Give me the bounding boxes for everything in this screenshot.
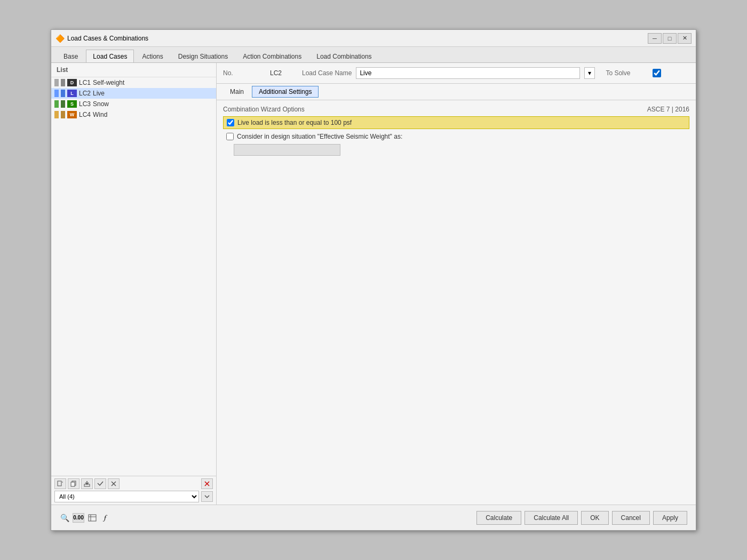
cancel-button[interactable]: Cancel — [612, 511, 650, 525]
seismic-weight-label: Consider in design situation "Effective … — [237, 133, 402, 140]
check-on-button[interactable] — [94, 478, 106, 489]
minimize-button[interactable]: ─ — [648, 33, 662, 44]
item-no-lc3: LC3 — [79, 100, 91, 108]
live-load-label: Live load is less than or equal to 100 p… — [237, 119, 352, 126]
title-bar-controls: ─ □ ✕ — [648, 33, 692, 44]
load-case-name-input[interactable] — [356, 67, 580, 79]
list-item[interactable]: L LC2 Live — [51, 88, 216, 99]
import-button[interactable] — [81, 478, 93, 489]
filter-select[interactable]: All (4) — [54, 491, 199, 502]
bottom-bar: 🔍 0.00 𝑓 Calculate Calculate All OK Canc… — [51, 505, 696, 530]
filter-row: All (4) — [54, 491, 213, 502]
check-off-button[interactable] — [108, 478, 120, 489]
to-solve-field-group: To Solve — [606, 69, 661, 77]
type-badge-lc1: D — [67, 79, 77, 86]
copy-button[interactable] — [68, 478, 80, 489]
tab-load-cases[interactable]: Load Cases — [86, 50, 134, 62]
name-field-group: Load Case Name ▾ — [302, 67, 595, 79]
sub-tab-main[interactable]: Main — [223, 86, 251, 98]
no-value: LC2 — [270, 69, 291, 77]
combo-wizard-title: Combination Wizard Options — [223, 106, 305, 113]
status-bar-left: 🔍 0.00 𝑓 — [60, 513, 473, 523]
title-bar-left: 🔶 Load Cases & Combinations — [55, 34, 148, 43]
svg-rect-10 — [89, 515, 96, 521]
number-icon[interactable]: 0.00 — [73, 513, 84, 523]
new-button[interactable] — [54, 478, 66, 489]
svg-rect-0 — [58, 481, 61, 486]
list-item[interactable]: D LC1 Self-weight — [51, 77, 216, 88]
tab-load-combinations[interactable]: Load Combinations — [309, 50, 378, 62]
list-item[interactable]: W LC4 Wind — [51, 109, 216, 120]
list-item[interactable]: S LC3 Snow — [51, 99, 216, 109]
window-icon: 🔶 — [55, 34, 64, 43]
swatch-lc1-1 — [54, 79, 59, 86]
item-name-lc4: Wind — [93, 111, 107, 118]
item-no-lc1: LC1 — [79, 79, 91, 86]
content-area: List D LC1 Self-weight L LC2 Live — [51, 63, 696, 505]
item-no-lc2: LC2 — [79, 90, 91, 97]
swatch-lc4-1 — [54, 111, 59, 118]
delete-button[interactable] — [201, 478, 213, 489]
maximize-button[interactable]: □ — [663, 33, 677, 44]
formula-icon[interactable]: 𝑓 — [100, 513, 110, 523]
item-name-lc2: Live — [93, 90, 105, 97]
swatch-lc2-2 — [61, 90, 65, 97]
table-icon[interactable] — [88, 513, 97, 523]
tab-base[interactable]: Base — [57, 50, 85, 62]
sidebar-list: D LC1 Self-weight L LC2 Live S — [51, 77, 216, 476]
ok-button[interactable]: OK — [581, 511, 608, 525]
search-icon[interactable]: 🔍 — [60, 513, 69, 523]
tab-actions[interactable]: Actions — [135, 50, 170, 62]
type-badge-lc2: L — [67, 90, 77, 97]
item-name-lc3: Snow — [93, 100, 109, 108]
calculate-all-button[interactable]: Calculate All — [525, 511, 578, 525]
window-title: Load Cases & Combinations — [67, 35, 148, 42]
option-row-seismic: Consider in design situation "Effective … — [223, 131, 689, 142]
type-badge-lc3: S — [67, 100, 77, 108]
no-label: No. — [223, 69, 266, 77]
tab-bar: Base Load Cases Actions Design Situation… — [51, 47, 696, 63]
combo-wizard-standard: ASCE 7 | 2016 — [647, 106, 689, 113]
tab-action-combinations[interactable]: Action Combinations — [236, 50, 308, 62]
load-case-name-label: Load Case Name — [302, 69, 352, 77]
apply-button[interactable]: Apply — [653, 511, 687, 525]
swatch-lc2-1 — [54, 90, 59, 97]
name-dropdown-button[interactable]: ▾ — [584, 67, 595, 79]
item-name-lc1: Self-weight — [93, 79, 124, 86]
swatch-lc1-2 — [61, 79, 65, 86]
footer-toolbar — [54, 478, 213, 489]
to-solve-checkbox[interactable] — [653, 69, 661, 77]
combo-wizard-section: Combination Wizard Options ASCE 7 | 2016… — [223, 106, 689, 156]
sidebar-header: List — [51, 63, 216, 77]
item-no-lc4: LC4 — [79, 111, 91, 118]
type-badge-lc4: W — [67, 111, 77, 118]
option-row-live-load: Live load is less than or equal to 100 p… — [223, 116, 689, 129]
to-solve-label: To Solve — [606, 69, 648, 77]
swatch-lc4-2 — [61, 111, 65, 118]
swatch-lc3-2 — [61, 100, 65, 108]
main-panel: No. LC2 Load Case Name ▾ To Solve Main A… — [217, 63, 696, 505]
live-load-checkbox[interactable] — [227, 119, 234, 126]
sidebar-footer: All (4) — [51, 476, 216, 505]
close-button[interactable]: ✕ — [678, 33, 692, 44]
load-case-header: No. LC2 Load Case Name ▾ To Solve — [217, 63, 696, 84]
main-window: 🔶 Load Cases & Combinations ─ □ ✕ Base L… — [51, 29, 696, 531]
svg-rect-3 — [71, 482, 75, 486]
no-field-group: No. LC2 — [223, 69, 291, 77]
sidebar: List D LC1 Self-weight L LC2 Live — [51, 63, 217, 505]
filter-dropdown-button[interactable] — [201, 491, 213, 502]
calculate-button[interactable]: Calculate — [476, 511, 521, 525]
seismic-weight-dropdown[interactable] — [234, 144, 340, 156]
combo-wizard-header: Combination Wizard Options ASCE 7 | 2016 — [223, 106, 689, 113]
swatch-lc3-1 — [54, 100, 59, 108]
tab-design-situations[interactable]: Design Situations — [171, 50, 235, 62]
sub-tab-additional-settings[interactable]: Additional Settings — [252, 86, 319, 98]
seismic-weight-checkbox[interactable] — [226, 133, 234, 140]
sub-tab-bar: Main Additional Settings — [217, 84, 696, 100]
settings-content: Combination Wizard Options ASCE 7 | 2016… — [217, 100, 696, 505]
title-bar: 🔶 Load Cases & Combinations ─ □ ✕ — [51, 30, 696, 47]
